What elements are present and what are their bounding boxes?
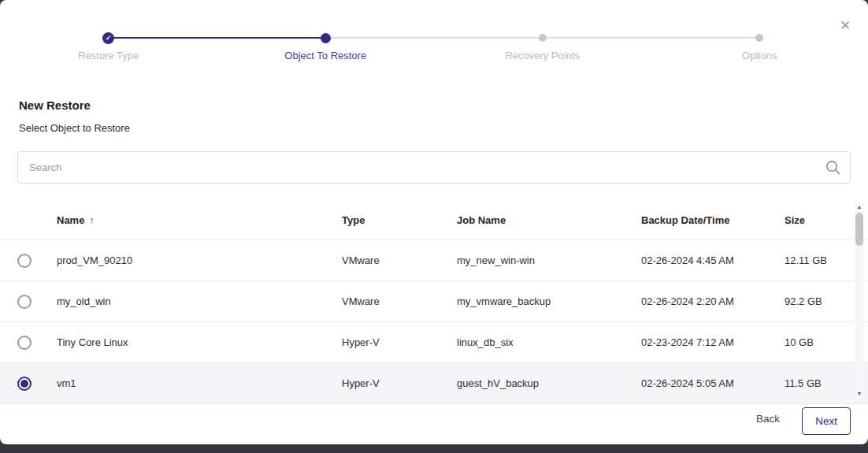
step-object-to-restore[interactable]: Object To Restore bbox=[217, 32, 435, 61]
step-completed-check-icon: ✓ bbox=[102, 32, 114, 44]
new-restore-dialog: ✕ ✓ Restore Type Object To Restore Recov… bbox=[0, 0, 868, 444]
cell-backup-datetime: 02-26-2024 2:20 AM bbox=[641, 295, 785, 307]
column-header-name[interactable]: Name ↑ bbox=[57, 214, 342, 226]
cell-size: 92.2 GB bbox=[785, 295, 855, 307]
cell-type: VMware bbox=[342, 254, 457, 266]
page-subtitle: Select Object to Restore bbox=[19, 122, 130, 134]
radio-button[interactable] bbox=[17, 254, 32, 268]
column-label: Name bbox=[57, 214, 84, 226]
radio-button[interactable] bbox=[17, 336, 32, 350]
radio-button[interactable] bbox=[17, 295, 32, 309]
cell-job-name: my_new_win-win bbox=[457, 254, 641, 266]
step-pending-dot-icon bbox=[539, 34, 547, 42]
table-row[interactable]: my_old_win VMware my_vmware_backup 02-26… bbox=[0, 281, 868, 322]
step-label: Options bbox=[742, 50, 777, 61]
table-row[interactable]: vm1 Hyper-V guest_hV_backup 02-26-2024 5… bbox=[0, 363, 868, 404]
step-pending-dot-icon bbox=[755, 34, 763, 42]
cell-size: 10 GB bbox=[785, 336, 855, 348]
vertical-scrollbar[interactable]: ▲ ▼ bbox=[855, 202, 864, 399]
table-row[interactable]: Tiny Core Linux Hyper-V linux_db_six 02-… bbox=[0, 322, 868, 363]
column-header-job-name[interactable]: Job Name bbox=[457, 214, 641, 226]
cell-name: prod_VM_90210 bbox=[57, 254, 342, 266]
cell-size: 12.11 GB bbox=[785, 254, 855, 266]
column-header-backup-datetime[interactable]: Backup Date/Time bbox=[641, 214, 785, 226]
cell-backup-datetime: 02-26-2024 4:45 AM bbox=[641, 254, 785, 266]
step-active-dot-icon bbox=[321, 33, 331, 43]
step-label: Recovery Points bbox=[505, 50, 580, 61]
cell-backup-datetime: 02-23-2024 7:12 AM bbox=[641, 336, 785, 348]
cell-name: Tiny Core Linux bbox=[57, 336, 342, 348]
scroll-down-icon[interactable]: ▼ bbox=[855, 388, 864, 399]
search-input[interactable] bbox=[17, 151, 851, 184]
cell-job-name: my_vmware_backup bbox=[457, 295, 641, 307]
wizard-stepper: ✓ Restore Type Object To Restore Recover… bbox=[0, 32, 868, 66]
step-label: Restore Type bbox=[78, 50, 139, 61]
radio-button[interactable] bbox=[17, 377, 32, 391]
column-header-size[interactable]: Size bbox=[785, 214, 855, 226]
step-restore-type[interactable]: ✓ Restore Type bbox=[0, 32, 217, 61]
sort-asc-icon: ↑ bbox=[89, 214, 95, 226]
cell-type: Hyper-V bbox=[342, 336, 457, 348]
step-label: Object To Restore bbox=[284, 50, 366, 61]
next-button[interactable]: Next bbox=[802, 407, 851, 435]
cell-job-name: guest_hV_backup bbox=[457, 377, 641, 389]
back-button[interactable]: Back bbox=[756, 413, 780, 425]
step-recovery-points[interactable]: Recovery Points bbox=[434, 32, 651, 61]
table-row[interactable]: prod_VM_90210 VMware my_new_win-win 02-2… bbox=[0, 240, 868, 281]
step-options[interactable]: Options bbox=[651, 32, 868, 61]
page-title: New Restore bbox=[19, 98, 91, 112]
search-bar bbox=[17, 151, 851, 184]
cell-name: my_old_win bbox=[57, 295, 342, 307]
search-icon[interactable] bbox=[825, 159, 841, 176]
cell-type: Hyper-V bbox=[342, 377, 457, 389]
scrollbar-thumb[interactable] bbox=[855, 213, 863, 246]
cell-name: vm1 bbox=[57, 377, 342, 389]
objects-table: Name ↑ Type Job Name Backup Date/Time Si… bbox=[0, 201, 868, 404]
cell-size: 11.5 GB bbox=[785, 377, 855, 389]
cell-type: VMware bbox=[342, 295, 457, 307]
table-header-row: Name ↑ Type Job Name Backup Date/Time Si… bbox=[0, 201, 868, 240]
cell-backup-datetime: 02-26-2024 5:05 AM bbox=[641, 377, 785, 389]
cell-job-name: linux_db_six bbox=[457, 336, 641, 348]
column-header-type[interactable]: Type bbox=[342, 214, 457, 226]
scroll-up-icon[interactable]: ▲ bbox=[855, 202, 864, 212]
